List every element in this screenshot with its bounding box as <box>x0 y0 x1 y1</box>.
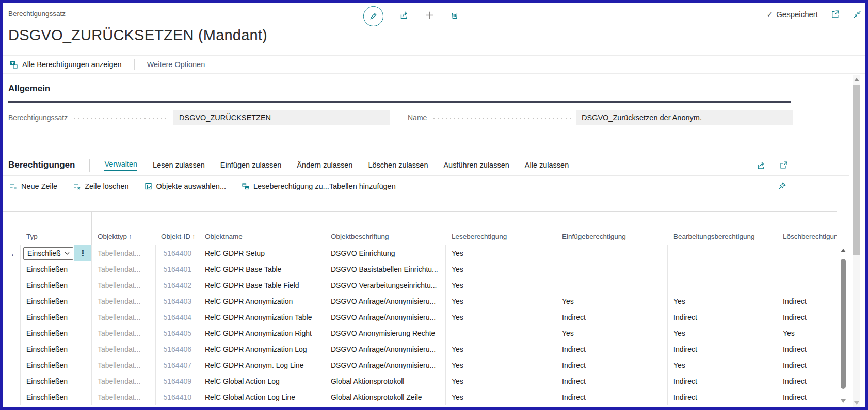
table-row[interactable]: Einschließen Tabellendat... 5164403 RelC… <box>3 293 837 309</box>
column-header-loeschberechtigung[interactable]: Löschberechtigung <box>777 233 837 245</box>
add-read-permission-button[interactable]: Leseberechtigung zu...Tabellen hinzufüge… <box>242 182 396 190</box>
menu-item-aendern-zulassen[interactable]: Ändern zulassen <box>297 161 352 169</box>
cell-objekt-id: 5164404 <box>156 309 199 325</box>
new-line-button[interactable]: Neue Zeile <box>9 182 57 190</box>
cell-leseberechtigung: Yes <box>446 389 556 405</box>
share-part-button[interactable] <box>756 160 766 170</box>
cell-objekt-id: 5164402 <box>156 277 199 293</box>
pencil-icon <box>369 12 378 21</box>
delete-line-button[interactable]: Zeile löschen <box>73 182 128 190</box>
delete-line-icon <box>73 182 81 190</box>
cell-bearbeitungsberechtigung <box>668 277 777 293</box>
cell-typ: Einschließen <box>21 357 92 373</box>
cell-objektbeschriftung: DSGVO Verarbeitungseinrichtu... <box>325 277 446 293</box>
field-label: Name <box>408 113 427 122</box>
field-berechtigungssatz: Berechtigungssatz DSGVO_ZURÜCKSETZEN <box>8 109 390 125</box>
cell-typ: Einschließen <box>21 389 92 405</box>
row-indicator-cell <box>3 309 21 325</box>
grid-scrollbar-thumb[interactable] <box>841 259 846 389</box>
collapse-window-button[interactable] <box>853 10 862 19</box>
row-more-options-button[interactable]: ⋮ <box>74 245 91 261</box>
cell-typ: Einschließen <box>21 277 92 293</box>
grid-scrollbar[interactable] <box>839 245 847 405</box>
cell-objektname: RelC Global Action Log Line <box>199 389 325 405</box>
name-input[interactable]: DSGVO_Zurücksetzen der Anonym. <box>576 110 793 125</box>
more-options-button[interactable]: Weitere Optionen <box>147 60 205 69</box>
cell-leseberechtigung: Yes <box>446 373 556 389</box>
row-indicator-cell <box>3 373 21 389</box>
share-button[interactable] <box>399 10 409 22</box>
new-line-label: Neue Zeile <box>21 182 57 190</box>
menu-item-einfuegen-zulassen[interactable]: Einfügen zulassen <box>220 161 282 169</box>
cell-leseberechtigung: Yes <box>446 341 556 357</box>
row-indicator-cell: → <box>3 245 21 261</box>
column-header-bearbeitungsberechtigung[interactable]: Bearbeitungsberechtigung <box>668 233 777 245</box>
cell-loeschberechtigung <box>777 261 837 277</box>
plus-icon <box>425 10 435 20</box>
row-indicator-cell <box>3 277 21 293</box>
column-header-objektname[interactable]: Objektname <box>199 233 325 245</box>
cell-objekttyp: Tabellendat... <box>92 293 156 309</box>
table-row[interactable]: Einschließen Tabellendat... 5164410 RelC… <box>3 389 837 405</box>
current-row-arrow-icon: → <box>7 249 15 258</box>
scroll-down-arrow[interactable] <box>841 399 846 403</box>
menu-item-alle-zulassen[interactable]: Alle zulassen <box>525 161 569 169</box>
expand-part-button[interactable] <box>779 160 789 170</box>
column-header-objektbeschriftung[interactable]: Objektbeschriftung <box>325 233 446 245</box>
table-row[interactable]: Einschließen Tabellendat... 5164405 RelC… <box>3 325 837 341</box>
menu-item-ausfuehren-zulassen[interactable]: Ausführen zulassen <box>443 161 509 169</box>
page-scrollbar[interactable] <box>853 75 860 407</box>
cell-loeschberechtigung <box>777 245 837 261</box>
cell-objektbeschriftung: Global Aktionsprotokoll Zeile <box>325 389 446 405</box>
select-objects-icon <box>144 182 153 190</box>
scroll-up-arrow[interactable] <box>841 249 846 252</box>
cell-objekt-id: 5164410 <box>156 389 199 405</box>
menu-item-verwalten[interactable]: Verwalten <box>104 160 137 171</box>
open-in-new-window-button[interactable] <box>830 9 840 19</box>
column-header-typ[interactable]: Typ <box>21 212 92 245</box>
cell-objektname: RelC GDPR Anonymization <box>199 293 325 309</box>
table-row[interactable]: → Einschließ⋮ Tabellendat... 5164400 Rel… <box>3 245 837 261</box>
cell-objektbeschriftung: DSGVO Anfrage/Anonymisieru... <box>325 293 446 309</box>
page-scroll-up-arrow[interactable] <box>854 78 859 81</box>
cell-objektbeschriftung: DSGVO Einrichtung <box>325 245 446 261</box>
cell-objekt-id: 5164407 <box>156 357 199 373</box>
table-row[interactable]: Einschließen Tabellendat... 5164407 RelC… <box>3 357 837 373</box>
page-scrollbar-thumb[interactable] <box>853 85 860 255</box>
berechtigungssatz-input[interactable]: DSGVO_ZURÜCKSETZEN <box>173 110 390 125</box>
cell-loeschberechtigung: Indirect <box>777 341 837 357</box>
table-header-row: Typ Objekttyp↑ Objekt-ID↑ Objektname Obj… <box>3 211 837 245</box>
cell-objekttyp: Tabellendat... <box>92 389 156 405</box>
pin-icon[interactable] <box>777 182 786 191</box>
cell-leseberechtigung: Yes <box>446 309 556 325</box>
table-row[interactable]: Einschließen Tabellendat... 5164409 RelC… <box>3 373 837 389</box>
column-header-einfuegeberechtigung[interactable]: Einfügeberechtigung <box>556 233 668 245</box>
cell-einfuegeberechtigung: Indirect <box>556 309 668 325</box>
menu-item-lesen-zulassen[interactable]: Lesen zulassen <box>153 161 205 169</box>
show-all-permissions-button[interactable]: Alle Berechtigungen anzeigen <box>9 60 122 69</box>
typ-dropdown[interactable]: Einschließ <box>23 247 73 260</box>
cell-bearbeitungsberechtigung: Yes <box>668 293 777 309</box>
cell-objekttyp: Tabellendat... <box>92 245 156 261</box>
cell-einfuegeberechtigung: Indirect <box>556 357 668 373</box>
select-objects-button[interactable]: Objekte auswählen... <box>144 182 226 190</box>
column-header-objekt-id[interactable]: Objekt-ID↑ <box>156 233 199 245</box>
menu-item-loeschen-zulassen[interactable]: Löschen zulassen <box>368 161 428 169</box>
page-scroll-down-arrow[interactable] <box>854 401 859 405</box>
table-row[interactable]: Einschließen Tabellendat... 5164402 RelC… <box>3 277 837 293</box>
row-indicator-cell <box>3 357 21 373</box>
cell-bearbeitungsberechtigung <box>668 261 777 277</box>
column-header-leseberechtigung[interactable]: Leseberechtigung <box>446 233 556 245</box>
chevron-down-icon <box>65 252 70 255</box>
table-row[interactable]: Einschließen Tabellendat... 5164401 RelC… <box>3 261 837 277</box>
column-header-objekttyp[interactable]: Objekttyp↑ <box>92 233 156 245</box>
table-row[interactable]: Einschließen Tabellendat... 5164404 RelC… <box>3 309 837 325</box>
delete-button[interactable] <box>450 10 459 22</box>
row-indicator-cell <box>3 389 21 405</box>
cell-einfuegeberechtigung <box>556 261 668 277</box>
edit-button[interactable] <box>363 6 383 26</box>
table-row[interactable]: Einschließen Tabellendat... 5164406 RelC… <box>3 341 837 357</box>
business-central-window: Berechtigungssatz ✓ Gespeichert <box>0 0 868 410</box>
new-button[interactable] <box>425 10 435 22</box>
command-bar <box>363 6 459 26</box>
